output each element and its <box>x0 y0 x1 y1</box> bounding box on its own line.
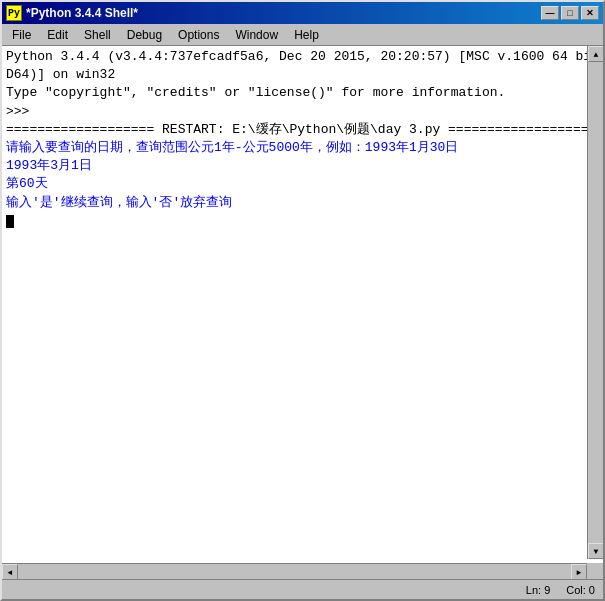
output-line-query-prompt: 请输入要查询的日期，查询范围公元1年-公元5000年，例如：1993年1月30日 <box>6 139 599 157</box>
scroll-track-h[interactable] <box>18 564 571 579</box>
output-line-1: Python 3.4.4 (v3.4.4:737efcadf5a6, Dec 2… <box>6 48 599 66</box>
shell-content-area[interactable]: Python 3.4.4 (v3.4.4:737efcadf5a6, Dec 2… <box>2 46 603 579</box>
menu-options[interactable]: Options <box>170 26 227 44</box>
output-line-continue-prompt: 输入'是'继续查询，输入'否'放弃查询 <box>6 194 599 212</box>
menu-debug[interactable]: Debug <box>119 26 170 44</box>
app-icon: Py <box>6 5 22 21</box>
status-bar: Ln: 9 Col: 0 <box>2 579 603 599</box>
main-window: Py *Python 3.4.4 Shell* — □ ✕ File Edit … <box>0 0 605 601</box>
shell-output: Python 3.4.4 (v3.4.4:737efcadf5a6, Dec 2… <box>6 48 599 577</box>
scroll-right-button[interactable]: ► <box>571 564 587 579</box>
output-line-2: D64)] on win32 <box>6 66 599 84</box>
menu-help[interactable]: Help <box>286 26 327 44</box>
output-line-restart: =================== RESTART: E:\缓存\Pytho… <box>6 121 599 139</box>
vertical-scrollbar[interactable]: ▲ ▼ <box>587 46 603 559</box>
status-line: Ln: 9 <box>526 584 550 596</box>
minimize-button[interactable]: — <box>541 6 559 20</box>
close-button[interactable]: ✕ <box>581 6 599 20</box>
menu-edit[interactable]: Edit <box>39 26 76 44</box>
scroll-corner <box>587 563 603 579</box>
output-line-3: Type "copyright", "credits" or "license(… <box>6 84 599 102</box>
output-line-input[interactable] <box>6 212 599 230</box>
window-controls: — □ ✕ <box>541 6 599 20</box>
maximize-button[interactable]: □ <box>561 6 579 20</box>
output-line-result: 第60天 <box>6 175 599 193</box>
scroll-down-button[interactable]: ▼ <box>588 543 603 559</box>
scroll-left-button[interactable]: ◄ <box>2 564 18 579</box>
menu-file[interactable]: File <box>4 26 39 44</box>
menu-shell[interactable]: Shell <box>76 26 119 44</box>
output-line-prompt: >>> <box>6 103 599 121</box>
window-title: *Python 3.4.4 Shell* <box>26 6 138 20</box>
scroll-track-v[interactable] <box>588 62 603 543</box>
menu-window[interactable]: Window <box>227 26 286 44</box>
menu-bar: File Edit Shell Debug Options Window Hel… <box>2 24 603 46</box>
scroll-up-button[interactable]: ▲ <box>588 46 603 62</box>
title-bar: Py *Python 3.4.4 Shell* — □ ✕ <box>2 2 603 24</box>
title-bar-left: Py *Python 3.4.4 Shell* <box>6 5 138 21</box>
status-col: Col: 0 <box>566 584 595 596</box>
horizontal-scrollbar[interactable]: ◄ ► <box>2 563 587 579</box>
output-line-date-input: 1993年3月1日 <box>6 157 599 175</box>
